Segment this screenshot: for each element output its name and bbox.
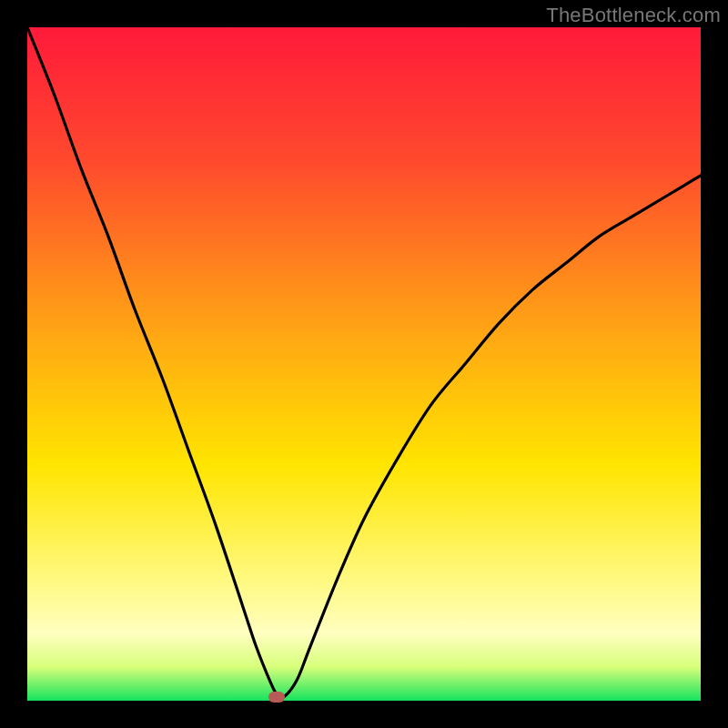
watermark-text: TheBottleneck.com [546, 4, 721, 27]
plot-area [27, 27, 701, 701]
chart-frame: TheBottleneck.com [0, 0, 728, 728]
bottleneck-curve [27, 27, 701, 701]
optimal-marker [268, 692, 285, 703]
